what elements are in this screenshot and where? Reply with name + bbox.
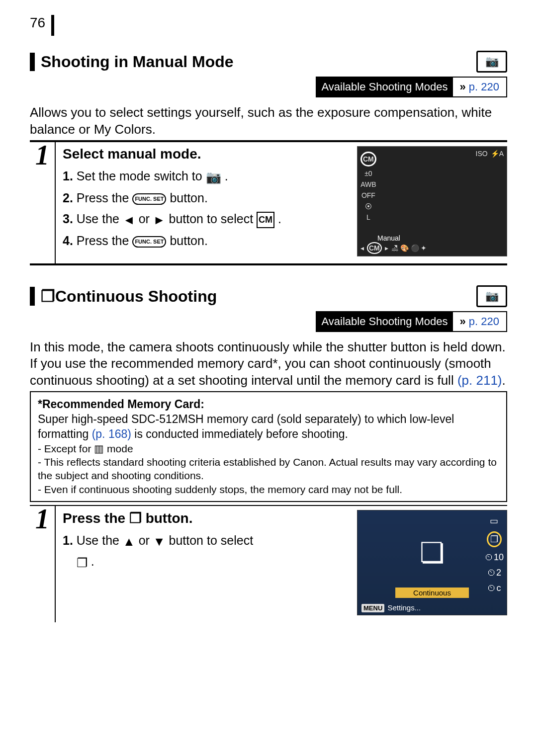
section2-intro: In this mode, the camera shoots continuo… <box>30 339 507 389</box>
left-arrow-icon: ◄ <box>123 210 135 230</box>
note-body-b: is conducted immediately before shooting… <box>134 427 348 440</box>
camera-icon: 📷 <box>485 56 499 67</box>
asm-link-1[interactable]: » p. 220 <box>453 78 506 96</box>
lcd1-ev: ±0 <box>364 169 372 177</box>
up-arrow-icon: ▲ <box>123 531 135 551</box>
asm-page-2: p. 220 <box>469 315 499 328</box>
asm-label-2: Available Shooting Modes <box>317 312 453 331</box>
sub1b: . <box>225 169 228 183</box>
down-arrow-icon: ▼ <box>153 531 166 551</box>
section1-intro: Allows you to select settings yourself, … <box>30 104 507 138</box>
sub2b: button. <box>170 191 207 205</box>
camera-icon-inline: 📷 <box>206 167 221 187</box>
s2-t-a: Press the <box>63 510 129 526</box>
lcd2-timer10-icon: ⏲10 <box>485 552 504 563</box>
right-arrow-icon: ► <box>153 210 166 230</box>
lcd2-continuous-selected-icon: ❐ <box>487 531 502 547</box>
s2s1b: or <box>139 533 153 547</box>
note-bullet-2: - This reflects standard shooting criter… <box>38 455 499 483</box>
lcd1-cm2: CM <box>367 242 382 254</box>
func-set-icon-2: FUNC. SET <box>132 236 166 248</box>
sub4b: button. <box>170 234 207 248</box>
sub3a: Use the <box>77 212 123 226</box>
p211-link[interactable]: (p. 211) <box>457 373 502 388</box>
lcd1-flash: ⚡A <box>491 150 504 158</box>
lcd1-cm: CM <box>360 152 376 167</box>
substep-1: 1. Set the mode switch to 📷 . <box>63 166 351 187</box>
lcd-screenshot-2: ❏ ▭ ❐ ⏲10 ⏲2 ⏲c Continuous MENU Settings… <box>357 510 507 615</box>
memory-card-note: *Recommended Memory Card: Super high-spe… <box>30 391 507 502</box>
stitch-mode-icon: ▥ <box>94 443 104 454</box>
lcd2-menu-text: Settings... <box>387 603 421 612</box>
continuous-icon: ❐ <box>41 287 55 305</box>
asm-page-1: p. 220 <box>469 81 499 93</box>
lcd1-L: L <box>366 213 370 221</box>
lcd2-timer2-icon: ⏲2 <box>487 568 501 578</box>
lcd1-manual-label: Manual <box>377 234 400 242</box>
lcd1-iso: ISO <box>476 150 488 158</box>
s2s1c: button to select <box>169 533 254 547</box>
step1-title: Select manual mode. <box>63 146 351 162</box>
asm-label-1: Available Shooting Modes <box>317 78 453 96</box>
substep-3: 3. Use the ◄ or ► button to select CM . <box>63 209 351 230</box>
s2-t-b: button. <box>146 510 193 526</box>
sub3c: button to select <box>169 212 257 226</box>
func-set-icon: FUNC. SET <box>132 193 166 205</box>
continuous-select-icon: ❐ <box>77 553 88 573</box>
note-title: *Recommended Memory Card: <box>38 398 204 411</box>
s2-intro-a: In this mode, the camera shoots continuo… <box>30 339 506 388</box>
section2-title-text: Continuous Shooting <box>55 287 217 305</box>
double-chevron-icon-2: » <box>460 315 466 328</box>
cm-mode-icon: CM <box>257 212 274 228</box>
lcd1-awb: AWB <box>360 180 376 188</box>
camera-icon-2: 📷 <box>485 291 499 302</box>
s2s1a: Use the <box>77 533 123 547</box>
b1b: mode <box>107 443 133 454</box>
lcd2-menu-badge: MENU <box>361 604 384 612</box>
sub1a: Set the mode switch to <box>77 169 206 183</box>
camera-mode-box-2: 📷 <box>476 285 507 307</box>
asm-link-2[interactable]: » p. 220 <box>453 312 506 331</box>
section1-title: Shooting in Manual Mode <box>30 53 234 71</box>
lcd1-arrow-right: ▸ <box>385 244 388 252</box>
sub4a: Press the <box>77 234 133 248</box>
page-number: 76 <box>30 15 54 36</box>
lcd2-timerc-icon: ⏲c <box>487 583 501 593</box>
note-bullet-3: - Even if continuous shooting suddenly s… <box>38 483 499 496</box>
note-bullet-1: - Except for ▥ mode <box>38 442 499 455</box>
lcd1-off: OFF <box>361 191 375 199</box>
p168-link[interactable]: (p. 168) <box>92 427 131 440</box>
lcd2-mode-label: Continuous <box>395 588 469 598</box>
sub3d: . <box>278 212 281 226</box>
step1-number-cell: 1 <box>30 142 56 263</box>
lcd2-single-icon: ▭ <box>490 515 498 526</box>
camera-mode-box: 📷 <box>476 51 507 73</box>
substep-2: 2. Press the FUNC. SET button. <box>63 188 351 208</box>
s2-step1-title: Press the ❐ button. <box>63 510 351 526</box>
s2-intro-b: . <box>502 373 506 388</box>
double-chevron-icon: » <box>460 81 466 93</box>
lcd1-arrow-left: ◂ <box>360 244 364 252</box>
lcd2-center-continuous-icon: ❏ <box>420 536 445 568</box>
sub3b: or <box>139 212 153 226</box>
b1a: - Except for <box>38 443 94 454</box>
step1-number: 1 <box>35 139 49 171</box>
s2-substep-1: 1. Use the ▲ or ▼ button to select ❐ . <box>63 530 351 573</box>
s2s1d: . <box>91 554 94 568</box>
section2-title: ❐Continuous Shooting <box>30 287 217 306</box>
asm-box-2: Available Shooting Modes » p. 220 <box>316 311 507 332</box>
continuous-button-icon: ❐ <box>129 510 142 526</box>
s2-step1-number: 1 <box>35 503 49 535</box>
asm-box-1: Available Shooting Modes » p. 220 <box>316 77 507 97</box>
lcd-screenshot-1: CM ±0 AWB OFF ⦿ L ISO ⚡A Manual ◂ CM ▸ 🏖… <box>357 146 507 256</box>
substep-4: 4. Press the FUNC. SET button. <box>63 231 351 251</box>
lcd1-metering: ⦿ <box>365 202 372 210</box>
lcd2-menu-row: MENU Settings... <box>361 603 421 612</box>
sub2a: Press the <box>77 191 133 205</box>
lcd1-mode-icons: 🏖 🎨 ⚫ ✦ <box>391 244 427 252</box>
s2-step1-number-cell: 1 <box>30 506 56 622</box>
